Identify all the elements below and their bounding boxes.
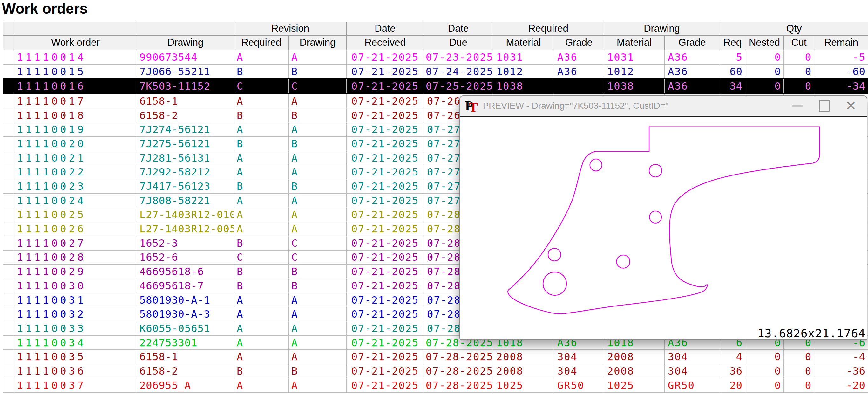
cell-rev_required: A (234, 350, 289, 364)
column-header-grade[interactable]: Grade (554, 36, 604, 50)
cell-drawing: 7J292-58212 (137, 165, 234, 179)
cell-qty_cut: 0 (784, 64, 814, 79)
cell-dwg_material: 1025 (604, 378, 665, 392)
cell-rev_drawing: C (289, 250, 347, 264)
part-dimensions: 13.6826x21.1764 (757, 327, 865, 340)
cell-qty_req: 60 (720, 64, 745, 79)
cell-qty_nested: 0 (745, 378, 784, 392)
cell-drawing: 5801930-A-3 (137, 307, 234, 321)
cell-rev_drawing: A (289, 94, 347, 108)
cell-drawing: 7J808-58221 (137, 193, 234, 208)
cell-work_order: 11110031 (14, 293, 137, 307)
cell-qty_nested: 0 (745, 79, 784, 94)
column-header-cut[interactable]: Cut (784, 36, 814, 50)
cell-rev_required: B (234, 108, 289, 122)
cell-qty_cut: 0 (784, 79, 814, 94)
work-order-row[interactable]: 111100366158-2BB07-21-202507-28-20252008… (3, 364, 868, 378)
cell-qty_nested: 0 (745, 350, 784, 364)
group-header-revision: Revision (234, 22, 347, 36)
cell-date_received: 07-21-2025 (347, 307, 424, 321)
cell-rev_required: B (234, 279, 289, 293)
column-header-received[interactable]: Received (347, 36, 424, 50)
column-header-nested[interactable]: Nested (745, 36, 784, 50)
cell-rev_required: A (234, 208, 289, 222)
work-order-row[interactable]: 111100157J066-55211BB07-21-202507-24-202… (3, 64, 868, 79)
cell-rev_required: A (234, 151, 289, 165)
preview-titlebar[interactable]: PT PREVIEW - Drawing="7K503-11152", Cust… (460, 96, 867, 117)
column-header-req[interactable]: Req (720, 36, 745, 50)
cell-dwg_material: 1012 (604, 64, 665, 79)
cell-rev_drawing: A (289, 378, 347, 392)
column-header-material[interactable]: Material (493, 36, 554, 50)
work-order-row[interactable]: 111100167K503-11152CC07-21-202507-25-202… (3, 79, 868, 94)
cell-dwg_material: 2008 (604, 350, 665, 364)
cell-drawing: 46695618-6 (137, 264, 234, 279)
cell-date_received: 07-21-2025 (347, 293, 424, 307)
column-header-due[interactable]: Due (424, 36, 493, 50)
group-header-blank-1 (14, 22, 137, 36)
work-order-row[interactable]: 11110037206955_AAA07-21-202507-28-202510… (3, 378, 868, 392)
cell-rev_drawing: B (289, 179, 347, 194)
cell-rev_drawing: A (289, 222, 347, 236)
cell-rev_required: A (234, 165, 289, 179)
cell-rev_required: B (234, 364, 289, 378)
column-header-work-order[interactable]: Work order (14, 36, 137, 50)
cell-req_material: 2008 (493, 364, 554, 378)
cell-drawing: 7J275-56121 (137, 137, 234, 151)
cell-rev_required: A (234, 50, 289, 64)
cell-rev_required: A (234, 94, 289, 108)
cell-row-selector (3, 222, 14, 236)
cell-rev_drawing: A (289, 335, 347, 350)
cell-drawing: 7K503-11152 (137, 79, 234, 94)
cell-qty_nested: 0 (745, 364, 784, 378)
column-header-material[interactable]: Material (604, 36, 665, 50)
cell-date_received: 07-21-2025 (347, 179, 424, 194)
cell-row-selector (3, 122, 14, 137)
cell-rev_required: C (234, 79, 289, 94)
cell-row-selector (3, 335, 14, 350)
cell-drawing: 1652-6 (137, 250, 234, 264)
minimize-button[interactable] (790, 99, 804, 113)
cell-qty_remain: -4 (814, 350, 868, 364)
cell-date_due: 07-28-2025 (424, 364, 493, 378)
cell-drawing: 1652-3 (137, 236, 234, 250)
cell-qty_remain: -5 (814, 50, 868, 64)
column-header-required[interactable]: Required (234, 36, 289, 50)
group-header-drawing: Drawing (604, 22, 720, 36)
minimize-icon (792, 105, 803, 107)
cell-rev_drawing: B (289, 264, 347, 279)
cell-qty_req: 4 (720, 350, 745, 364)
work-order-row[interactable]: 11110014990673544AA07-21-202507-23-20251… (3, 50, 868, 64)
cell-req_grade: 304 (554, 364, 604, 378)
group-header-date: Date (424, 22, 493, 36)
cell-row-selector (3, 50, 14, 64)
column-header-grade[interactable]: Grade (665, 36, 720, 50)
cell-qty_cut: 0 (784, 378, 814, 392)
cell-date_received: 07-21-2025 (347, 137, 424, 151)
cell-row-selector (3, 364, 14, 378)
part-hole (649, 164, 662, 177)
cell-qty_remain: -34 (814, 79, 868, 94)
column-header-remain[interactable]: Remain (814, 36, 868, 50)
cell-drawing: L27-1403R12-005 (137, 222, 234, 236)
cell-dwg_grade: A36 (665, 50, 720, 64)
cell-rev_drawing: A (289, 208, 347, 222)
column-header-drawing[interactable]: Drawing (289, 36, 347, 50)
maximize-button[interactable] (817, 99, 831, 113)
column-header-drawing[interactable]: Drawing (137, 36, 234, 50)
cell-row-selector (3, 236, 14, 250)
work-order-row[interactable]: 111100356158-1AA07-21-202507-28-20252008… (3, 350, 868, 364)
cell-rev_drawing: C (289, 79, 347, 94)
cell-work_order: 11110023 (14, 179, 137, 194)
close-button[interactable]: ✕ (844, 99, 858, 113)
part-outline-drawing (460, 117, 867, 339)
cell-work_order: 11110034 (14, 335, 137, 350)
cell-rev_required: A (234, 193, 289, 208)
cell-qty_cut: 0 (784, 50, 814, 64)
cell-date_received: 07-21-2025 (347, 108, 424, 122)
page-title: Work orders (2, 0, 88, 17)
cell-work_order: 11110018 (14, 108, 137, 122)
part-hole (649, 211, 661, 223)
cell-row-selector (3, 108, 14, 122)
cell-date_received: 07-21-2025 (347, 378, 424, 392)
